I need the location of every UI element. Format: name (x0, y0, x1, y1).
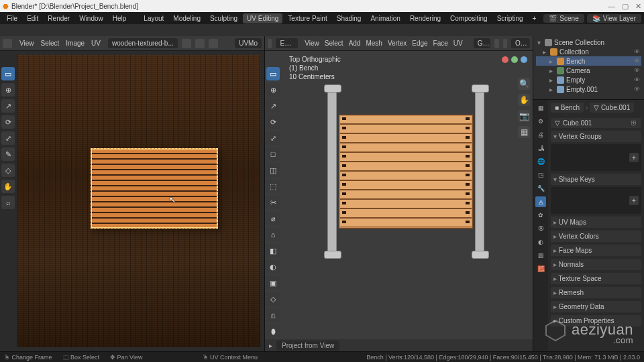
outliner-item-empty[interactable]: ▸Empty👁 (536, 75, 641, 84)
uv-tool-8[interactable]: ⌕ (1, 196, 15, 209)
menu-help[interactable]: Help (109, 13, 131, 23)
menu-edit[interactable]: Edit (23, 13, 42, 23)
section-uv-maps[interactable]: UV Maps (551, 217, 641, 228)
outliner-item-collection[interactable]: ▸Collection👁 (536, 47, 641, 56)
3d-menu-view[interactable]: View (302, 40, 322, 47)
window-close-button[interactable]: ✕ (635, 2, 641, 11)
outliner-item-camera[interactable]: ▸Camera👁 (536, 66, 641, 75)
editor-type-3d-icon[interactable] (268, 39, 272, 48)
3d-menu-select[interactable]: Select (322, 40, 346, 47)
3d-menu-add[interactable]: Add (346, 40, 364, 47)
workspace-tab-animation[interactable]: Animation (366, 13, 404, 23)
section-geometry-data[interactable]: Geometry Data (551, 301, 641, 312)
scene-selector[interactable]: 🎬Scene (543, 14, 584, 23)
3d-menu-mesh[interactable]: Mesh (363, 40, 384, 47)
prop-tab-7[interactable]: ◬ (535, 196, 546, 207)
workspace-tab-texture-paint[interactable]: Texture Paint (284, 13, 331, 23)
window-max-button[interactable]: ▢ (622, 2, 629, 11)
3d-tool-9[interactable]: ⌀ (266, 212, 280, 225)
uv-mode-dropdown[interactable]: UVMo (235, 38, 262, 48)
axis-x-icon[interactable] (502, 56, 508, 63)
workspace-tab-compositing[interactable]: Compositing (446, 13, 492, 23)
3d-tool-4[interactable]: ⤢ (266, 131, 280, 145)
prop-tab-5[interactable]: ◳ (535, 170, 546, 180)
visibility-toggle[interactable]: 👁 (634, 58, 640, 64)
3d-menu-vertex[interactable]: Vertex (385, 40, 409, 47)
uv-tool-3[interactable]: ⟳ (1, 115, 15, 129)
zoom-icon[interactable]: 🔍 (518, 78, 530, 90)
3d-tool-8[interactable]: ✂ (266, 196, 280, 209)
workspace-tab-shading[interactable]: Shading (333, 13, 366, 23)
new-image-button[interactable] (182, 39, 191, 48)
menu-render[interactable]: Render (44, 13, 74, 23)
visibility-toggle[interactable]: 👁 (634, 86, 640, 93)
section-shape-keys[interactable]: Shape Keys (551, 174, 641, 185)
uv-tool-2[interactable]: ↗ (1, 99, 15, 113)
axis-y-icon[interactable] (511, 56, 518, 63)
workspace-tab-sculpting[interactable]: Sculpting (206, 13, 241, 23)
3d-tool-3[interactable]: ⟳ (266, 115, 280, 129)
3d-tool-14[interactable]: ◇ (266, 292, 280, 306)
visibility-toggle[interactable]: 👁 (634, 76, 640, 83)
uv-menu-image[interactable]: Image (62, 40, 88, 47)
breadcrumb-object[interactable]: ■ Bench (551, 103, 584, 113)
open-image-button[interactable] (195, 39, 205, 48)
nav-gizmo[interactable] (502, 56, 527, 63)
uv-menu-view[interactable]: View (16, 40, 38, 47)
3d-tool-0[interactable]: ▭ (266, 67, 280, 80)
prop-tab-11[interactable]: ▨ (535, 250, 546, 261)
section-normals[interactable]: Normals (551, 259, 641, 270)
camera-view-icon[interactable]: 📷 (518, 110, 530, 122)
outliner[interactable]: ▾Scene Collection ▸Collection👁▸Bench👁▸Ca… (533, 36, 644, 100)
bench-object[interactable] (329, 95, 483, 249)
options-dropdown[interactable]: Options (511, 38, 530, 48)
outliner-item-bench[interactable]: ▸Bench👁 (536, 56, 641, 66)
prop-tab-9[interactable]: ⦿ (535, 223, 546, 234)
prop-tab-0[interactable]: ▦ (535, 103, 546, 113)
3d-tool-15[interactable]: ⎌ (266, 308, 280, 322)
image-selector[interactable]: wooden-textured-b... (108, 38, 178, 48)
workspace-tab-modeling[interactable]: Modeling (169, 13, 205, 23)
workspace-tab-layout[interactable]: Layout (140, 13, 168, 23)
prop-tab-2[interactable]: 🖨 (535, 129, 546, 140)
prop-tab-1[interactable]: ⚙ (535, 116, 546, 127)
prop-tab-12[interactable]: 🧱 (535, 263, 546, 274)
uv-tool-0[interactable]: ▭ (1, 67, 15, 80)
last-operator-panel[interactable]: Project from View (276, 341, 339, 351)
breadcrumb-mesh[interactable]: ▽ Cube.001 (590, 103, 634, 113)
visibility-toggle[interactable]: 👁 (634, 48, 640, 55)
uv-tool-5[interactable]: ✎ (1, 147, 15, 161)
section-remesh[interactable]: Remesh (551, 287, 641, 298)
orientation-dropdown[interactable]: Global (474, 38, 490, 48)
section-face-maps[interactable]: Face Maps (551, 245, 641, 256)
3d-menu-edge[interactable]: Edge (409, 40, 430, 47)
menu-file[interactable]: File (3, 13, 21, 23)
3d-tool-12[interactable]: ◐ (266, 260, 280, 274)
3d-tool-11[interactable]: ◧ (266, 244, 280, 257)
3d-tool-1[interactable]: ⊕ (266, 83, 280, 97)
3d-tool-7[interactable]: ⬚ (266, 180, 280, 193)
uv-tool-1[interactable]: ⊕ (1, 83, 15, 97)
uv-tool-7[interactable]: ✋ (1, 180, 15, 193)
mesh-name-field[interactable]: Cube.001 (563, 119, 628, 127)
uv-face-selection[interactable] (91, 148, 218, 229)
uv-tool-4[interactable]: ⤢ (1, 131, 15, 145)
section-texture-space[interactable]: Texture Space (551, 273, 641, 284)
workspace-tab-scripting[interactable]: Scripting (493, 13, 527, 23)
persp-toggle-icon[interactable]: ▦ (518, 126, 530, 138)
add-button[interactable]: + (629, 196, 639, 205)
snap-toggle[interactable] (494, 39, 498, 48)
uv-menu-uv[interactable]: UV (88, 40, 104, 47)
prop-tab-10[interactable]: ◐ (535, 237, 546, 247)
3d-tool-6[interactable]: ◫ (266, 164, 280, 177)
3d-tool-13[interactable]: ▣ (266, 276, 280, 290)
workspace-tab--[interactable]: + (529, 13, 541, 23)
editor-type-uv-icon[interactable] (3, 39, 12, 48)
prop-tab-4[interactable]: 🌐 (535, 156, 546, 167)
fake-user-toggle[interactable]: ⛨ (631, 119, 637, 127)
axis-z-icon[interactable] (521, 56, 527, 63)
3d-menu-uv[interactable]: UV (451, 40, 466, 47)
3d-tool-2[interactable]: ↗ (266, 99, 280, 113)
3d-menu-face[interactable]: Face (431, 40, 451, 47)
uv-tool-6[interactable]: ◇ (1, 164, 15, 177)
